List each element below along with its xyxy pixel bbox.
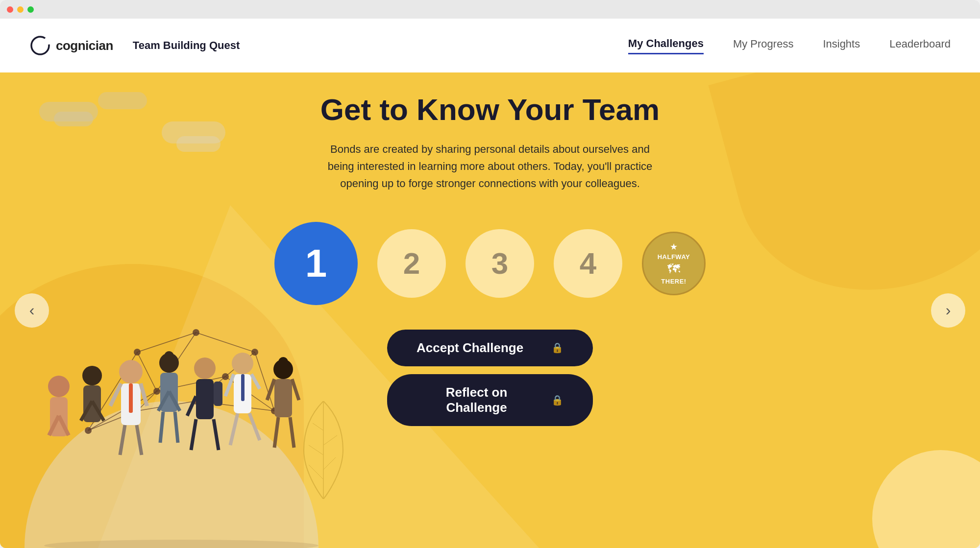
logo-area: cognician — [29, 35, 113, 56]
step-1[interactable]: 1 — [274, 222, 358, 305]
logo-text: cognician — [56, 38, 113, 53]
step-2[interactable]: 2 — [377, 229, 446, 298]
nav-leaderboard[interactable]: Leaderboard — [889, 38, 951, 53]
reflect-challenge-button[interactable]: Reflect on Challenge 🔒 — [387, 374, 593, 426]
action-buttons: Accept Challenge 🔒 Reflect on Challenge … — [387, 330, 593, 426]
svg-line-39 — [137, 425, 142, 455]
step-3[interactable]: 3 — [466, 229, 534, 298]
steps-row: 1 2 3 4 ★ HALFWAY 🗺 THERE! — [274, 222, 706, 305]
badge-line2: THERE! — [661, 278, 686, 285]
svg-point-0 — [31, 37, 49, 54]
main-description: Bonds are created by sharing personal de… — [323, 141, 657, 192]
nav-my-challenges[interactable]: My Challenges — [628, 37, 704, 54]
maximize-dot[interactable] — [27, 6, 34, 13]
step-4[interactable]: 4 — [554, 229, 622, 298]
titlebar — [0, 0, 980, 19]
next-arrow[interactable]: › — [931, 293, 965, 328]
main-nav: My Challenges My Progress Insights Leade… — [628, 37, 951, 54]
minimize-dot[interactable] — [17, 6, 24, 13]
header: cognician Team Building Quest My Challen… — [0, 19, 980, 72]
accept-challenge-button[interactable]: Accept Challenge 🔒 — [387, 330, 593, 366]
svg-point-67 — [44, 540, 318, 548]
right-circle — [872, 450, 980, 548]
svg-line-38 — [120, 425, 125, 455]
prev-arrow[interactable]: ‹ — [15, 293, 49, 328]
accept-lock-icon: 🔒 — [551, 342, 564, 354]
app-window: cognician Team Building Quest My Challen… — [0, 0, 980, 548]
reflect-lock-icon: 🔒 — [551, 394, 564, 406]
badge-line1: HALFWAY — [658, 253, 690, 261]
main-title: Get to Know Your Team — [320, 92, 660, 127]
nav-my-progress[interactable]: My Progress — [733, 38, 793, 53]
nav-insights[interactable]: Insights — [823, 38, 860, 53]
badge-star: ★ — [670, 241, 678, 252]
main-content: Get to Know Your Team Bonds are created … — [0, 72, 980, 548]
reflect-challenge-label: Reflect on Challenge — [416, 385, 537, 415]
logo-icon — [29, 35, 51, 56]
content-area: Get to Know Your Team Bonds are created … — [0, 92, 980, 426]
accept-challenge-label: Accept Challenge — [416, 340, 523, 356]
close-dot[interactable] — [7, 6, 13, 13]
halfway-badge[interactable]: ★ HALFWAY 🗺 THERE! — [642, 232, 706, 295]
badge-map-icon: 🗺 — [667, 262, 680, 277]
app-title: Team Building Quest — [133, 39, 240, 52]
